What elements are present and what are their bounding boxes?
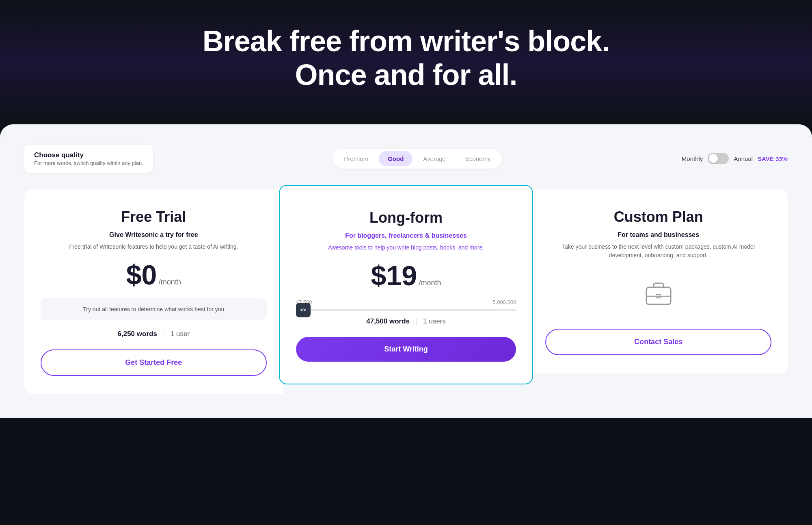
longform-users: 1 users (423, 317, 446, 325)
quality-label-subtitle: For more words, switch quality within an… (34, 160, 143, 166)
quality-tabs-group: Premium Good Average Economy (333, 149, 502, 169)
tab-average[interactable]: Average (414, 151, 455, 166)
free-trial-words: 6,250 words (118, 330, 157, 338)
quality-label-box: Choose quality For more words, switch qu… (24, 145, 153, 173)
slider-thumb-icon: <> (300, 307, 306, 313)
slider-track: <> (296, 309, 516, 311)
custom-cta[interactable]: Contact Sales (545, 329, 771, 355)
free-trial-price: $0 /month (41, 261, 267, 289)
plan-free-trial: Free Trial Give Writesonic a try for fre… (24, 189, 283, 394)
quality-label-title: Choose quality (34, 151, 143, 159)
pricing-controls: Choose quality For more words, switch qu… (24, 145, 788, 173)
longform-words-users: 47,500 words 1 users (296, 317, 516, 325)
free-trial-amount: $0 (126, 259, 157, 290)
longform-description: Awesome tools to help you write blog pos… (296, 243, 516, 252)
free-trial-cta[interactable]: Get Started Free (41, 349, 267, 376)
longform-name: Long-form (296, 209, 516, 226)
free-trial-tagline: Give Writesonic a try for free (41, 231, 267, 239)
tab-good[interactable]: Good (379, 151, 412, 166)
hero-section: Break free from writer's block. Once and… (0, 0, 812, 124)
longform-cta[interactable]: Start Writing (296, 337, 516, 362)
tab-premium[interactable]: Premium (335, 151, 377, 166)
billing-annual-label: Annual (734, 155, 753, 162)
free-trial-description: Free trial of Writesonic features to hel… (41, 243, 267, 251)
billing-monthly-label: Monthly (682, 155, 703, 162)
plan-longform: Long-form For bloggers, freelancers & bu… (279, 185, 533, 384)
slider-labels: 47,500 5,000,000 (296, 299, 516, 305)
plan-custom: Custom Plan For teams and businesses Tak… (529, 189, 788, 373)
plans-grid: Free Trial Give Writesonic a try for fre… (24, 189, 788, 394)
free-trial-words-users: 6,250 words 1 user (41, 330, 267, 338)
custom-name: Custom Plan (545, 208, 771, 226)
slider-fill (296, 309, 516, 311)
free-trial-users: 1 user (171, 330, 190, 338)
longform-period: /month (419, 279, 441, 287)
hero-title: Break free from writer's block. Once and… (8, 24, 804, 92)
longform-amount: $19 (371, 260, 417, 291)
toggle-knob (709, 154, 718, 163)
briefcase-icon (642, 276, 675, 308)
free-trial-period: /month (159, 278, 181, 286)
word-count-slider[interactable]: 47,500 5,000,000 <> (296, 299, 516, 311)
custom-description: Take your business to the next level wit… (545, 243, 771, 260)
free-trial-words-box: Try out all features to determine what w… (41, 298, 267, 320)
billing-toggle: Monthly Annual SAVE 33% (682, 153, 788, 164)
billing-toggle-switch[interactable] (708, 153, 729, 164)
longform-words: 47,500 words (366, 317, 410, 325)
longform-tagline: For bloggers, freelancers & businesses (296, 232, 516, 239)
custom-tagline: For teams and businesses (545, 231, 771, 239)
quality-tabs: Premium Good Average Economy (333, 149, 502, 169)
slider-thumb[interactable]: <> (296, 303, 311, 317)
free-trial-name: Free Trial (41, 208, 267, 226)
longform-price: $19 /month (296, 262, 516, 289)
words-divider-2 (416, 318, 417, 325)
tab-economy[interactable]: Economy (456, 151, 500, 166)
save-badge: SAVE 33% (758, 155, 788, 162)
slider-max-label: 5,000,000 (492, 299, 516, 305)
words-divider (164, 330, 164, 338)
pricing-section: Choose quality For more words, switch qu… (0, 124, 812, 418)
